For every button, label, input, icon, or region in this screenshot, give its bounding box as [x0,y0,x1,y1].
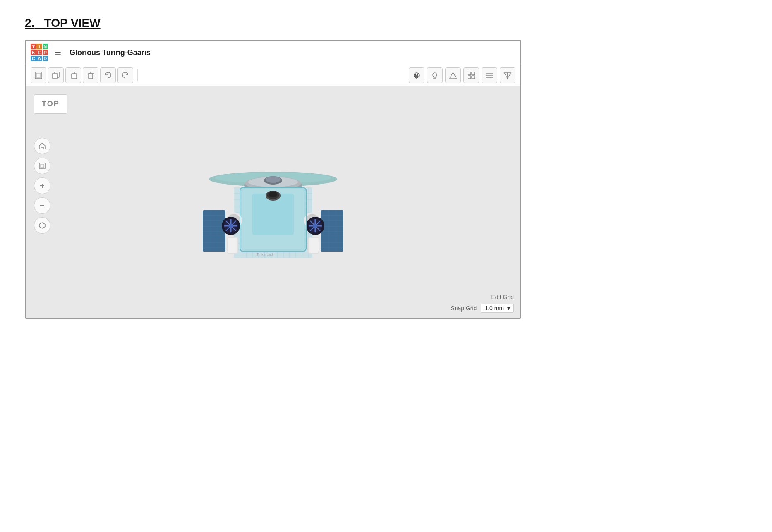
menu-icon[interactable]: ☰ [52,46,64,59]
logo-t: T [31,44,36,49]
svg-rect-18 [468,76,471,79]
snap-grid-label: Snap Grid [451,305,477,312]
section-number: 2. [25,17,34,29]
svg-rect-19 [472,76,475,79]
svg-point-57 [266,176,281,183]
tinkercad-window: T I N K E R C A D ☰ Glorious Turing-Gaar… [25,40,521,319]
section-heading: 2. TOP VIEW [25,17,747,30]
project-name: Glorious Turing-Gaaris [70,48,151,57]
svg-rect-105 [309,238,319,253]
top-bar: T I N K E R C A D ☰ Glorious Turing-Gaar… [26,41,520,65]
undo-btn[interactable] [100,67,116,83]
left-controls: TOP [34,94,67,234]
svg-rect-24 [41,164,44,168]
group-btn[interactable] [463,67,479,83]
svg-rect-16 [468,72,471,75]
logo-i: I [36,44,42,49]
canvas-area[interactable]: TOP [26,86,520,318]
shape-btn[interactable] [445,67,461,83]
workplane-btn[interactable] [31,67,46,83]
snap-grid-row: Snap Grid 1.0 mm ▾ [451,304,514,313]
svg-point-82 [229,224,233,228]
zoom-out-btn[interactable] [34,197,50,214]
svg-point-11 [416,75,417,76]
robot-svg: Tinkercad [170,123,376,280]
svg-point-14 [433,73,437,77]
camera-btn[interactable] [409,67,424,83]
svg-point-63 [269,192,277,197]
svg-rect-6 [89,74,93,79]
svg-rect-85 [321,210,343,252]
align-btn[interactable] [482,67,497,83]
delete-btn[interactable] [83,67,98,83]
logo-k: K [31,50,36,55]
perspective-btn[interactable] [34,217,50,234]
svg-rect-3 [53,73,57,79]
bottom-right-controls: Edit Grid Snap Grid 1.0 mm ▾ [451,294,514,313]
logo-r: R [43,50,48,55]
copy-btn[interactable] [48,67,64,83]
toolbar-right [409,67,515,83]
svg-rect-84 [228,238,237,253]
logo-n: N [43,44,48,49]
tinkercad-logo[interactable]: T I N K E R C A D [31,44,48,61]
toolbar [26,65,520,86]
duplicate-btn[interactable] [65,67,81,83]
snap-grid-arrow: ▾ [507,305,510,312]
light-btn[interactable] [427,67,443,83]
redo-btn[interactable] [117,67,133,83]
svg-rect-64 [203,210,225,252]
home-nav-btn[interactable] [34,138,50,154]
fit-nav-btn[interactable] [34,158,50,174]
logo-e: E [36,50,42,55]
flip-btn[interactable] [500,67,515,83]
svg-rect-23 [39,163,45,169]
snap-grid-dropdown[interactable]: 1.0 mm ▾ [481,304,514,313]
logo-a: A [36,56,42,61]
svg-rect-17 [472,72,475,75]
section-title: TOP VIEW [44,17,101,29]
svg-text:Tinkercad: Tinkercad [257,252,273,256]
svg-rect-1 [36,73,41,77]
view-label: TOP [34,94,67,114]
logo-c: C [31,56,36,61]
svg-point-103 [313,224,317,228]
edit-grid-btn[interactable]: Edit Grid [491,294,514,300]
toolbar-separator [137,69,138,81]
svg-rect-0 [35,72,42,79]
logo-d: D [43,56,48,61]
svg-rect-5 [72,74,77,79]
robot-scene-container[interactable]: Tinkercad [26,86,520,318]
zoom-in-btn[interactable] [34,177,50,194]
snap-grid-value: 1.0 mm [484,305,504,312]
